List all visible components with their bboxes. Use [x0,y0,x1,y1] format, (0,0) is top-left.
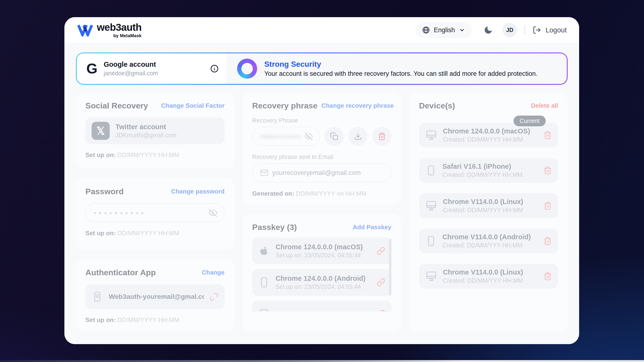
web3auth-logo-icon [77,23,93,36]
recovery-phrase-label: Recovery Phrase [252,117,391,124]
passkey-link-button[interactable] [376,278,385,287]
web3auth-logo: web3auth by MetaMask [77,22,142,38]
security-strength-ring-icon [237,59,257,79]
language-label: English [434,26,455,34]
phone-icon [425,235,437,247]
delete-device-button[interactable] [543,166,552,175]
recovery-phrase-field[interactable]: hiddenrecoveryphrase [252,127,320,146]
devices-card: Device(s) Delete all Current [410,92,568,332]
desktop-background: web3auth by MetaMask English [0,0,644,362]
account-email: janedoe@gmail.com [104,70,158,77]
device-row: Chrome V114.0.0 (Linux) Created: DD/MM/Y… [419,193,558,218]
trash-icon [378,132,386,140]
security-banner: G Google account janedoe@gmail.com [76,52,568,85]
delete-device-button[interactable] [543,131,552,139]
logo-byline: by MetaMask [97,33,142,38]
screen-bottom-strip [0,360,644,362]
authenticator-phone-icon [92,291,103,303]
phone-icon [258,277,270,288]
twitter-account-label: Twitter account [116,123,176,131]
authenticator-setup-line: Set up on: DD/MM/YYYY HH:MM [86,316,224,324]
avatar[interactable]: JD [502,23,517,37]
authenticator-card: Authenticator App Change [76,259,234,332]
device-list: Current [419,123,558,289]
recovery-phrase-card: Recovery phrase Change recovery phrase R… [242,92,401,204]
twitter-x-icon: 𝕏 [92,122,110,140]
security-status-title: Strong Security [264,60,538,69]
logout-label: Logout [546,26,567,34]
download-phrase-button[interactable] [348,127,368,146]
language-selector[interactable]: English [415,22,472,38]
password-field[interactable]: ●●●●●●●●●● [86,203,224,222]
delete-all-devices-link[interactable]: Delete all [531,102,558,109]
change-password-link[interactable]: Change password [171,188,224,195]
delete-device-button[interactable] [543,272,552,281]
device-row: Safari V16.1 (iPhone) Created: DD/MM/YYY… [419,158,558,183]
unlink-authenticator-button[interactable] [210,292,218,301]
password-masked-value: ●●●●●●●●●● [94,210,205,216]
dark-mode-toggle[interactable] [484,25,493,35]
password-card: Password Change password ●●●●●●●●●● [76,178,234,250]
google-icon: G [86,61,98,76]
logout-button[interactable]: Logout [532,26,567,34]
copy-phrase-button[interactable] [324,127,344,146]
devices-title: Device(s) [419,101,455,110]
passkey-scrollbar[interactable] [389,239,392,296]
delete-phrase-button[interactable] [372,127,392,146]
recovery-email-field[interactable]: yourrecoveryemail@gmail.com [252,163,391,182]
passkey-title: Passkey (3) [252,223,297,232]
password-title: Password [86,187,124,196]
twitter-account-email: JDKmurthi@gmail.com [116,132,176,139]
authenticator-row: Web3auth-youremail@gmal.com [86,284,224,309]
desktop-icon [425,200,437,212]
recovery-email-label: Recovery phrase sent to Email [252,153,391,160]
mail-icon [260,169,268,177]
add-passkey-link[interactable]: Add Passkey [353,224,392,231]
device-row: Chrome V114.0.0 (Linux) Created: DD/MM/Y… [419,264,558,289]
passkey-link-button[interactable] [376,247,385,255]
tablet-icon [258,308,270,312]
account-title: Google account [104,60,158,68]
authenticator-title: Authenticator App [86,268,156,277]
login-account-panel: G Google account janedoe@gmail.com [77,53,226,84]
social-recovery-card: Social Recovery Change Social Factor 𝕏 T… [76,92,234,169]
delete-device-button[interactable] [543,237,552,245]
desktop-icon [425,270,437,282]
logo-wordmark: web3auth [97,22,142,32]
header: web3auth by MetaMask English [64,17,579,43]
logout-icon [532,26,541,34]
device-row: Chrome V114.0.0 (Android) Created: DD/MM… [419,229,558,253]
passkey-list: Chrome 124.0.0.0 (macOS) Set up on: 23/0… [252,238,391,312]
content-area: G Google account janedoe@gmail.com [64,43,579,344]
header-divider [524,25,525,35]
passkey-row: Chrome 124.0.0.0 (Android) Set up on: 23… [252,269,391,296]
moon-icon [484,25,493,35]
passkey-link-button[interactable] [376,310,385,312]
security-status-description: Your account is secured with three recov… [264,70,538,77]
security-status-panel: Strong Security Your account is secured … [226,53,567,84]
twitter-account-row: 𝕏 Twitter account JDKmurthi@gmail.com [86,117,224,144]
device-row: Current [419,123,558,147]
recovery-phrase-title: Recovery phrase [252,101,318,110]
change-authenticator-link[interactable]: Change [202,269,224,276]
passkey-row: Rome 24.456.355.98 [252,301,391,312]
current-badge: Current [514,116,546,126]
passkey-card: Passkey (3) Add Passkey [242,214,401,332]
generated-line: Generated on: DD/MM/YYYY on HH:MM [252,190,391,197]
delete-device-button[interactable] [543,201,552,210]
change-recovery-phrase-link[interactable]: Change recovery phrase [321,102,394,109]
chevron-down-icon [459,27,465,33]
copy-icon [330,132,338,140]
eye-off-icon[interactable] [209,209,217,217]
info-button[interactable] [210,64,219,73]
app-window: web3auth by MetaMask English [64,17,579,344]
download-icon [354,132,362,140]
eye-off-icon[interactable] [304,132,313,140]
password-setup-line: Set up on: DD/MM/YYYY HH:MM [86,230,224,237]
passkey-row: Chrome 124.0.0.0 (macOS) Set up on: 23/0… [252,238,391,264]
authenticator-email: Web3auth-youremail@gmal.com [109,293,204,301]
change-social-factor-link[interactable]: Change Social Factor [161,102,224,109]
social-setup-line: Set up on: DD/MM/YYYY HH:MM [86,151,224,159]
social-recovery-title: Social Recovery [86,101,148,110]
phone-icon [425,165,437,176]
